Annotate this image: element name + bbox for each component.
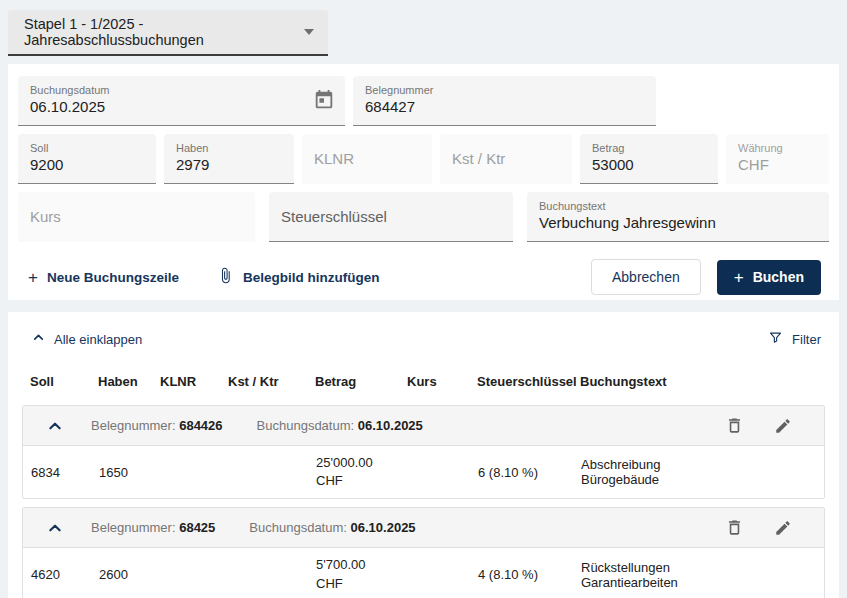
batch-selector[interactable]: Stapel 1 - 1/2025 - Jahresabschlussbuchu…	[8, 10, 328, 56]
buchungsdatum-field[interactable]: Buchungsdatum 06.10.2025	[18, 76, 345, 126]
book-button[interactable]: + Buchen	[717, 260, 821, 295]
cell-steuerschluessel: 6 (8.10 %)	[478, 465, 581, 480]
delete-button[interactable]	[721, 412, 748, 439]
soll-label: Soll	[30, 142, 144, 156]
cancel-button[interactable]: Abbrechen	[591, 259, 701, 295]
booking-row[interactable]: 4620 2600 5'700.00 CHF 4 (8.10 %) Rückst…	[23, 548, 824, 598]
kst-ktr-placeholder: Kst / Ktr	[452, 150, 560, 167]
collapse-all-label: Alle einklappen	[54, 332, 142, 347]
group-buchungsdatum: Buchungsdatum: 06.10.2025	[257, 418, 423, 433]
haben-field[interactable]: Haben 2979	[164, 134, 294, 184]
collapse-group-button[interactable]	[47, 418, 63, 434]
soll-value: 9200	[30, 155, 144, 175]
group-buchungsdatum: Buchungsdatum: 06.10.2025	[249, 520, 415, 535]
cell-betrag: 5'700.00 CHF	[316, 556, 408, 592]
plus-icon: +	[734, 269, 744, 286]
edit-button[interactable]	[770, 514, 796, 541]
group-belegnummer: Belegnummer: 684426	[91, 418, 223, 433]
batch-selector-label: Stapel 1 - 1/2025 - Jahresabschlussbuchu…	[24, 16, 304, 48]
booking-group-header: Belegnummer: 68425 Buchungsdatum: 06.10.…	[23, 508, 824, 548]
booking-group: Belegnummer: 68425 Buchungsdatum: 06.10.…	[22, 507, 825, 598]
kst-ktr-field[interactable]: Kst / Ktr	[440, 134, 572, 184]
col-header-betrag: Betrag	[315, 374, 407, 389]
belegnummer-value: 684427	[365, 97, 644, 117]
new-booking-line-button[interactable]: + Neue Buchungszeile	[28, 269, 179, 286]
edit-button[interactable]	[770, 412, 796, 439]
add-receipt-button[interactable]: Belegbild hinzufügen	[217, 267, 380, 287]
betrag-value: 53000	[592, 155, 706, 175]
filter-icon	[768, 330, 783, 348]
col-header-steuerschluessel: Steuerschlüssel	[477, 374, 580, 389]
cell-betrag: 25'000.00 CHF	[316, 454, 408, 490]
bookings-list: Alle einklappen Filter Soll Haben KLNR K…	[8, 312, 839, 598]
klnr-field[interactable]: KLNR	[302, 134, 432, 184]
filter-button[interactable]: Filter	[768, 330, 821, 348]
booking-row[interactable]: 6834 1650 25'000.00 CHF 6 (8.10 %) Absch…	[23, 446, 824, 498]
buchungsdatum-label: Buchungsdatum	[30, 84, 333, 98]
filter-label: Filter	[792, 332, 821, 347]
booking-form: Buchungsdatum 06.10.2025 Belegnummer 684…	[8, 64, 839, 300]
haben-label: Haben	[176, 142, 282, 156]
booking-group-header: Belegnummer: 684426 Buchungsdatum: 06.10…	[23, 406, 824, 446]
delete-button[interactable]	[721, 514, 748, 541]
steuerschluessel-field[interactable]: Steuerschlüssel	[269, 192, 513, 242]
belegnummer-label: Belegnummer	[365, 84, 644, 98]
book-button-label: Buchen	[753, 269, 804, 285]
belegnummer-field[interactable]: Belegnummer 684427	[353, 76, 656, 126]
chevron-up-icon	[32, 331, 45, 347]
kurs-placeholder: Kurs	[30, 208, 243, 225]
soll-field[interactable]: Soll 9200	[18, 134, 156, 184]
new-booking-line-label: Neue Buchungszeile	[47, 270, 179, 285]
cell-haben: 1650	[99, 465, 161, 480]
add-receipt-label: Belegbild hinzufügen	[243, 270, 380, 285]
buchungstext-value: Verbuchung Jahresgewinn	[539, 213, 817, 233]
col-header-klnr: KLNR	[160, 374, 228, 389]
calendar-icon[interactable]	[313, 89, 335, 115]
table-header-row: Soll Haben KLNR Kst / Ktr Betrag Kurs St…	[22, 360, 825, 405]
cell-haben: 2600	[99, 567, 161, 582]
kurs-field[interactable]: Kurs	[18, 192, 255, 242]
booking-group: Belegnummer: 684426 Buchungsdatum: 06.10…	[22, 405, 825, 499]
col-header-kurs: Kurs	[407, 374, 477, 389]
waehrung-label: Währung	[738, 142, 817, 156]
plus-icon: +	[28, 269, 38, 286]
cell-buchungstext: Abschreibung Bürogebäude	[581, 457, 732, 487]
haben-value: 2979	[176, 155, 282, 175]
betrag-field[interactable]: Betrag 53000	[580, 134, 718, 184]
cell-buchungstext: Rückstellungen Garantiearbeiten	[581, 560, 732, 590]
chevron-down-icon	[304, 29, 314, 35]
waehrung-value: CHF	[738, 155, 817, 175]
collapse-all-button[interactable]: Alle einklappen	[32, 331, 142, 347]
buchungsdatum-value: 06.10.2025	[30, 97, 333, 117]
cell-soll: 4620	[31, 567, 99, 582]
buchungstext-field[interactable]: Buchungstext Verbuchung Jahresgewinn	[527, 192, 829, 242]
waehrung-field: Währung CHF	[726, 134, 829, 184]
collapse-group-button[interactable]	[47, 520, 63, 536]
buchungstext-label: Buchungstext	[539, 200, 817, 214]
group-belegnummer: Belegnummer: 68425	[91, 520, 215, 535]
steuerschluessel-placeholder: Steuerschlüssel	[281, 208, 501, 225]
cell-soll: 6834	[31, 465, 99, 480]
col-header-buchungstext: Buchungstext	[580, 374, 733, 389]
betrag-label: Betrag	[592, 142, 706, 156]
col-header-kst-ktr: Kst / Ktr	[228, 374, 315, 389]
col-header-soll: Soll	[30, 374, 98, 389]
klnr-placeholder: KLNR	[314, 150, 420, 167]
cell-steuerschluessel: 4 (8.10 %)	[478, 567, 581, 582]
paperclip-icon	[217, 267, 234, 287]
col-header-haben: Haben	[98, 374, 160, 389]
